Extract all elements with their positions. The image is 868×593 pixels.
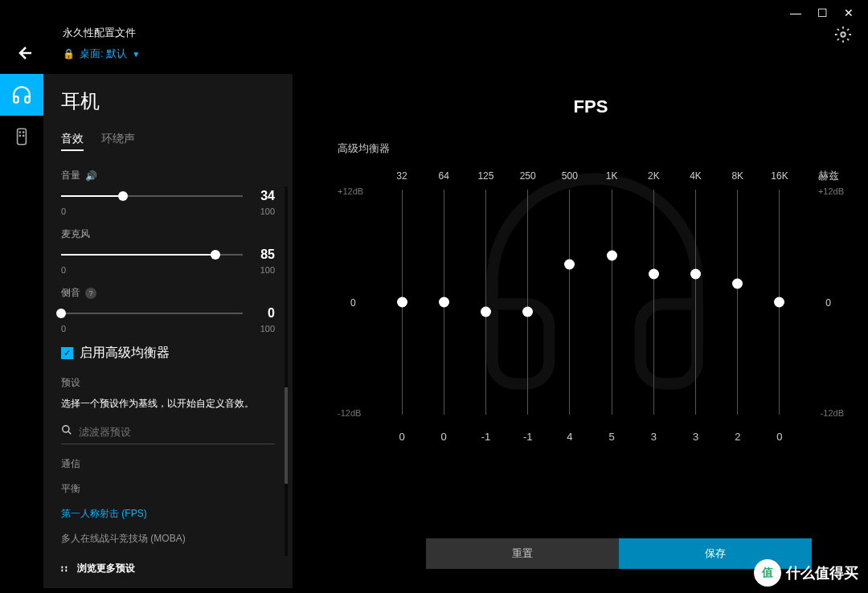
volume-value: 34 bbox=[254, 189, 275, 203]
mic-min: 0 bbox=[61, 265, 66, 275]
eq-freq-label: 125 bbox=[469, 170, 502, 182]
enable-eq-label: 启用高级均衡器 bbox=[80, 345, 170, 362]
eq-hz-label: 赫兹 bbox=[818, 169, 839, 183]
sidetone-label: 侧音 bbox=[61, 286, 80, 300]
eq-freq-label: 4K bbox=[680, 170, 712, 182]
eq-band-value: 0 bbox=[386, 431, 418, 443]
eq-db-bot-right: -12dB bbox=[821, 408, 844, 418]
eq-band-slider[interactable] bbox=[680, 190, 712, 415]
eq-band-value: -1 bbox=[469, 431, 502, 443]
volume-min: 0 bbox=[61, 207, 66, 216]
sidebar-headphones[interactable] bbox=[0, 74, 43, 116]
eq-band-value: 0 bbox=[764, 431, 796, 443]
eq-freq-label: 8K bbox=[722, 170, 754, 182]
eq-freq-label: 32 bbox=[386, 170, 418, 182]
tab-sound[interactable]: 音效 bbox=[61, 132, 84, 151]
eq-band-slider[interactable] bbox=[469, 190, 502, 415]
sidetone-max: 100 bbox=[260, 324, 275, 333]
desktop-value: 默认 bbox=[106, 47, 127, 59]
mic-slider[interactable] bbox=[61, 254, 243, 256]
eq-band-slider[interactable] bbox=[554, 190, 586, 415]
svg-point-5 bbox=[23, 135, 24, 136]
eq-band-value: 5 bbox=[596, 431, 628, 443]
watermark-text: 什么值得买 bbox=[786, 563, 858, 583]
sidebar-microphone[interactable] bbox=[0, 116, 43, 157]
window-minimize[interactable]: — bbox=[790, 6, 801, 19]
settings-gear-icon[interactable] bbox=[834, 26, 852, 47]
enable-eq-checkbox[interactable]: ✓ 启用高级均衡器 bbox=[61, 345, 275, 362]
chevron-down-icon: ▼ bbox=[132, 50, 140, 59]
eq-db-mid-right: 0 bbox=[825, 297, 831, 309]
eq-band-value: 4 bbox=[554, 431, 586, 443]
eq-freq-label: 1K bbox=[596, 170, 628, 182]
eq-band-slider[interactable] bbox=[637, 190, 669, 415]
eq-band-value: 2 bbox=[722, 431, 754, 443]
eq-band-slider[interactable] bbox=[764, 190, 796, 415]
preset-item[interactable]: 平衡 bbox=[61, 482, 275, 496]
volume-label: 音量 bbox=[61, 169, 80, 182]
sidetone-value: 0 bbox=[254, 306, 275, 321]
back-arrow-icon[interactable] bbox=[16, 43, 35, 66]
eq-band-slider[interactable] bbox=[428, 190, 460, 415]
volume-max: 100 bbox=[260, 207, 275, 216]
eq-freq-label: 250 bbox=[512, 170, 544, 182]
eq-band-value: 0 bbox=[428, 431, 460, 443]
watermark: 值 什么值得买 bbox=[754, 559, 858, 587]
eq-db-bot-left: -12dB bbox=[338, 408, 361, 418]
sidetone-slider[interactable] bbox=[61, 313, 243, 314]
svg-point-3 bbox=[23, 132, 24, 133]
svg-point-2 bbox=[19, 132, 20, 133]
window-close[interactable]: ✕ bbox=[844, 6, 854, 19]
search-icon bbox=[61, 424, 72, 439]
profile-selector[interactable]: 🔒 桌面: 默认 ▼ bbox=[63, 47, 140, 61]
watermark-badge: 值 bbox=[754, 559, 781, 587]
preset-item[interactable]: 第一人称射击 (FPS) bbox=[61, 507, 275, 521]
panel-scrollbar[interactable] bbox=[285, 186, 288, 556]
svg-point-0 bbox=[841, 32, 845, 37]
sidetone-min: 0 bbox=[61, 324, 66, 333]
eq-band-slider[interactable] bbox=[596, 190, 628, 415]
help-icon[interactable]: ? bbox=[85, 288, 96, 299]
svg-rect-1 bbox=[18, 129, 27, 145]
speaker-icon: 🔊 bbox=[85, 170, 97, 182]
preset-section-label: 预设 bbox=[61, 376, 275, 390]
svg-point-4 bbox=[19, 135, 20, 136]
eq-db-top-left: +12dB bbox=[338, 186, 363, 196]
eq-freq-label: 16K bbox=[764, 170, 796, 182]
preset-section-desc: 选择一个预设作为基线，以开始自定义音效。 bbox=[61, 396, 275, 411]
eq-band-slider[interactable] bbox=[386, 190, 418, 415]
mic-max: 100 bbox=[260, 265, 275, 275]
lock-icon: 🔒 bbox=[63, 48, 75, 59]
eq-freq-label: 500 bbox=[554, 170, 586, 182]
mic-label: 麦克风 bbox=[61, 227, 90, 241]
volume-slider[interactable] bbox=[61, 195, 243, 197]
eq-freq-label: 64 bbox=[428, 170, 460, 182]
eq-subtitle: 高级均衡器 bbox=[338, 141, 844, 156]
reset-button[interactable]: 重置 bbox=[426, 538, 619, 569]
grid-icon: ∷ bbox=[61, 563, 69, 575]
eq-band-value: 3 bbox=[680, 431, 712, 443]
preset-item[interactable]: 多人在线战斗竞技场 (MOBA) bbox=[61, 532, 275, 546]
browse-more-presets[interactable]: ∷ 浏览更多预设 bbox=[61, 562, 275, 575]
window-maximize[interactable]: ☐ bbox=[817, 6, 828, 19]
eq-band-slider[interactable] bbox=[722, 190, 754, 415]
eq-db-mid-left: 0 bbox=[350, 297, 356, 309]
eq-band-value: 3 bbox=[637, 431, 669, 443]
eq-db-top-right: +12dB bbox=[818, 186, 844, 196]
browse-more-label: 浏览更多预设 bbox=[77, 562, 135, 575]
preset-item[interactable]: 通信 bbox=[61, 457, 275, 471]
eq-title: FPS bbox=[338, 96, 844, 117]
checkbox-icon: ✓ bbox=[61, 347, 73, 359]
panel-title: 耳机 bbox=[61, 88, 275, 114]
eq-freq-label: 2K bbox=[637, 170, 669, 182]
eq-band-value: -1 bbox=[512, 431, 544, 443]
svg-point-6 bbox=[63, 426, 69, 432]
mic-value: 85 bbox=[254, 247, 275, 262]
tab-surround[interactable]: 环绕声 bbox=[101, 132, 135, 151]
eq-band-slider[interactable] bbox=[512, 190, 544, 415]
profile-title: 永久性配置文件 bbox=[63, 26, 140, 40]
desktop-prefix: 桌面: bbox=[80, 47, 104, 59]
preset-search-input[interactable] bbox=[79, 426, 275, 438]
